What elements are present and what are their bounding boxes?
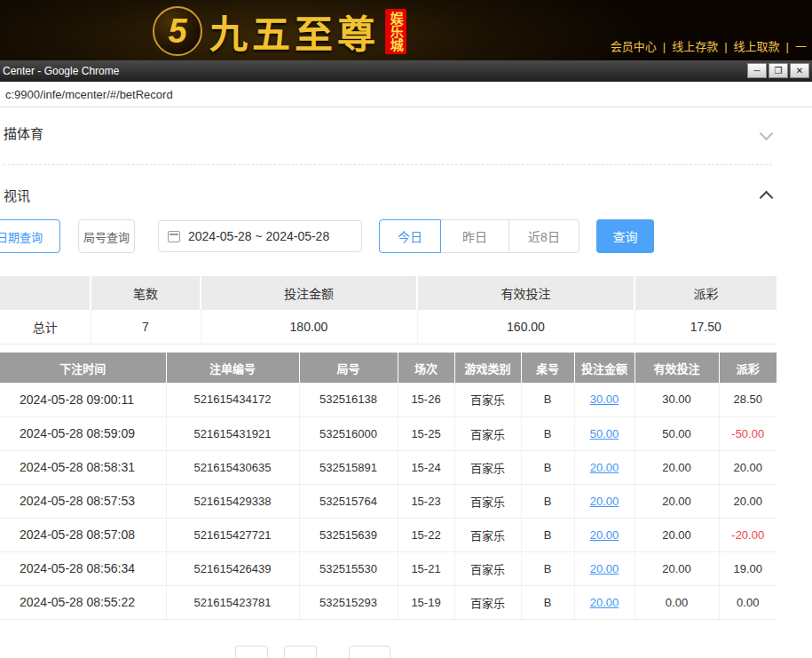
logo-badge: 娱乐城 <box>385 9 406 54</box>
chevron-up-icon[interactable] <box>760 191 774 205</box>
bet-amount[interactable]: 50.00 <box>574 416 635 450</box>
quick-range-button[interactable]: 近8日 <box>508 219 579 253</box>
bet-amount[interactable]: 20.00 <box>574 585 635 619</box>
url-bar[interactable]: c:9900/infe/mcenter/#/betRecord <box>0 82 812 107</box>
round-id: 532516138 <box>299 383 398 416</box>
bet-amount-link[interactable]: 50.00 <box>590 427 619 440</box>
bet-time: 2024-05-28 09:00:11 <box>0 383 166 416</box>
bet-column-header: 派彩 <box>719 353 777 383</box>
total-bet-amount: 180.00 <box>201 310 417 344</box>
bet-column-header: 桌号 <box>521 353 574 383</box>
total-payout: 17.50 <box>635 310 777 344</box>
bet-amount-link[interactable]: 20.00 <box>590 562 619 575</box>
table-row: 2024-05-28 08:57:08521615427721532515639… <box>0 518 777 551</box>
date-range-value: 2024-05-28 ~ 2024-05-28 <box>188 229 329 243</box>
bet-amount-link[interactable]: 20.00 <box>590 596 619 609</box>
summary-column-header: 笔数 <box>91 276 201 310</box>
bet-column-header: 游戏类别 <box>454 353 521 383</box>
bet-time: 2024-05-28 08:57:53 <box>0 484 166 518</box>
summary-column-header: 投注金额 <box>201 276 417 310</box>
date-query-button[interactable]: 日期查询 <box>0 219 60 253</box>
total-label: 总计 <box>0 310 91 344</box>
nav-link[interactable]: 一 <box>795 40 807 53</box>
bet-amount[interactable]: 20.00 <box>574 450 635 484</box>
table-no: B <box>521 585 574 619</box>
round-id: 532515530 <box>299 551 398 585</box>
summary-total-row: 总计 7 180.00 160.00 17.50 <box>0 310 777 344</box>
screen: 5 九五至尊 娱乐城 会员中心|线上存款|线上取款|一 Center - Goo… <box>0 0 812 658</box>
pagination-button[interactable] <box>349 646 390 658</box>
date-range-input[interactable]: 2024-05-28 ~ 2024-05-28 <box>158 220 362 252</box>
quick-range-button[interactable]: 今日 <box>379 219 441 253</box>
bet-amount-link[interactable]: 20.00 <box>590 528 619 542</box>
quick-range-button[interactable]: 昨日 <box>440 219 509 253</box>
nav-link[interactable]: 线上取款 <box>734 40 780 53</box>
game-type: 百家乐 <box>454 585 521 619</box>
summary-column-header: 有效投注 <box>417 276 635 310</box>
table-row: 2024-05-28 08:58:31521615430635532515891… <box>0 450 777 484</box>
payout: 20.00 <box>719 484 777 518</box>
maximize-icon[interactable]: ❐ <box>769 63 788 78</box>
bet-amount-link[interactable]: 20.00 <box>590 461 619 474</box>
table-row: 2024-05-28 08:57:53521615429338532515764… <box>0 484 777 518</box>
page-content: 描体育 视讯 日期查询 局号查询 2024-05-28 ~ 2024-05-28… <box>0 107 812 658</box>
section-divider <box>4 164 772 165</box>
total-valid-bet: 160.00 <box>417 310 635 344</box>
bet-column-header: 注单编号 <box>166 353 299 383</box>
bet-amount[interactable]: 20.00 <box>574 551 635 585</box>
table-row: 2024-05-28 08:55:22521615423781532515293… <box>0 585 777 619</box>
coin-logo-icon: 5 <box>153 6 202 56</box>
bet-column-header: 有效投注 <box>635 353 719 383</box>
section-video[interactable]: 视讯 <box>4 186 30 204</box>
round-id: 532515891 <box>299 450 398 484</box>
search-button[interactable]: 查询 <box>596 219 654 253</box>
summary-column-header: 派彩 <box>635 276 777 310</box>
payout: 19.00 <box>719 551 777 585</box>
bet-amount[interactable]: 30.00 <box>574 383 635 416</box>
bet-amount-link[interactable]: 20.00 <box>590 495 619 508</box>
pagination-button[interactable] <box>235 646 268 658</box>
section-sports[interactable]: 描体育 <box>4 123 43 142</box>
valid-bet: 20.00 <box>635 518 719 551</box>
payout: 0.00 <box>719 585 777 619</box>
filter-bar: 日期查询 局号查询 2024-05-28 ~ 2024-05-28 今日昨日近8… <box>0 219 812 253</box>
game-type: 百家乐 <box>454 551 521 585</box>
payout: 28.50 <box>719 383 777 416</box>
bet-id: 521615427721 <box>166 518 299 551</box>
window-titlebar[interactable]: Center - Google Chrome ─ ❐ ✕ <box>0 60 812 82</box>
table-no: B <box>521 518 574 551</box>
round-query-button[interactable]: 局号查询 <box>78 219 135 253</box>
close-icon[interactable]: ✕ <box>790 63 809 78</box>
game-type: 百家乐 <box>454 416 521 450</box>
bet-amount-link[interactable]: 30.00 <box>590 392 619 406</box>
total-count: 7 <box>91 310 201 344</box>
bet-amount[interactable]: 20.00 <box>574 518 635 551</box>
payout: -20.00 <box>719 518 777 551</box>
bet-column-header: 局号 <box>299 353 398 383</box>
game-type: 百家乐 <box>454 518 521 551</box>
summary-header-row: 笔数投注金额有效投注派彩 <box>0 276 777 310</box>
round-id: 532515293 <box>299 585 398 619</box>
table-row: 2024-05-28 09:00:11521615434172532516138… <box>0 383 777 416</box>
window-title: Center - Google Chrome <box>3 65 119 77</box>
game-type: 百家乐 <box>454 450 521 484</box>
session: 15-22 <box>398 518 454 551</box>
session: 15-24 <box>398 450 454 484</box>
bet-time: 2024-05-28 08:57:08 <box>0 518 166 551</box>
top-nav: 会员中心|线上存款|线上取款|一 <box>611 37 807 54</box>
minimize-icon[interactable]: ─ <box>747 63 767 78</box>
bet-time: 2024-05-28 08:59:09 <box>0 416 166 450</box>
summary-table: 笔数投注金额有效投注派彩 总计 7 180.00 160.00 17.50 <box>0 276 777 345</box>
url-text: c:9900/infe/mcenter/#/betRecord <box>5 88 173 101</box>
bet-header-row: 下注时间注单编号局号场次游戏类别桌号投注金额有效投注派彩 <box>0 353 777 383</box>
chevron-down-icon[interactable] <box>760 127 774 141</box>
round-id: 532516000 <box>299 416 398 450</box>
payout: -50.00 <box>719 416 777 450</box>
table-no: B <box>521 383 574 416</box>
pagination-button[interactable] <box>284 646 317 658</box>
window-controls: ─ ❐ ✕ <box>747 63 809 78</box>
nav-link[interactable]: 会员中心 <box>611 40 657 53</box>
bet-amount[interactable]: 20.00 <box>574 484 635 518</box>
nav-link[interactable]: 线上存款 <box>672 40 718 53</box>
site-logo: 5 九五至尊 娱乐城 <box>153 4 406 59</box>
